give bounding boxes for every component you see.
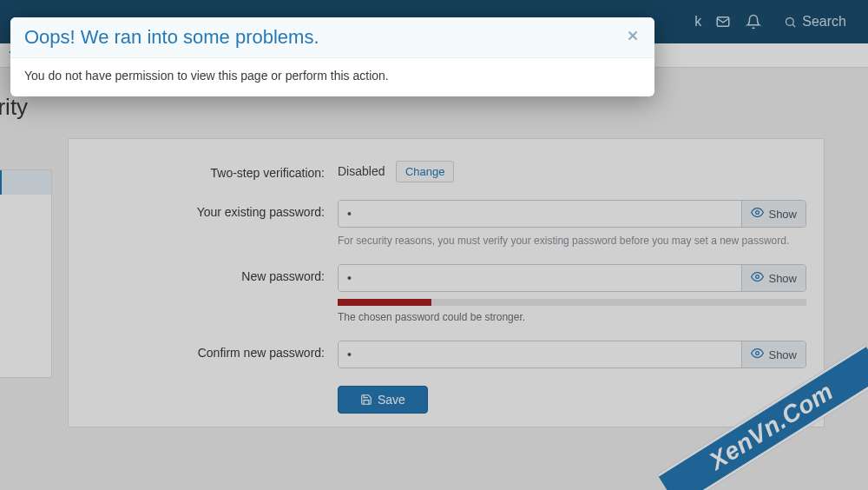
mail-icon[interactable]: [714, 14, 732, 30]
search-label: Search: [802, 14, 846, 30]
two-step-label: Two-step verification:: [69, 161, 338, 180]
modal-body: You do not have permission to view this …: [10, 58, 654, 96]
svg-point-4: [756, 275, 760, 279]
error-modal: Oops! We ran into some problems. You do …: [10, 17, 654, 96]
search-icon: [784, 16, 797, 29]
password-strength-text: The chosen password could be stronger.: [338, 311, 806, 323]
existing-password-input[interactable]: [339, 201, 741, 227]
save-icon: [360, 394, 372, 406]
new-password-label: New password:: [69, 264, 338, 283]
show-label: Show: [768, 272, 797, 285]
svg-point-3: [756, 211, 760, 215]
svg-line-2: [793, 24, 796, 27]
row-two-step: Two-step verification: Disabled Change: [69, 152, 806, 191]
show-label: Show: [768, 348, 797, 361]
svg-point-1: [786, 17, 794, 25]
bell-icon[interactable]: [745, 14, 762, 30]
row-existing-password: Your existing password: Show For securit…: [69, 191, 806, 255]
nav-partial-text: k: [694, 14, 701, 30]
show-confirm-password[interactable]: Show: [741, 341, 806, 368]
modal-title: Oops! We ran into some problems.: [24, 26, 319, 49]
row-confirm-password: Confirm new password: Show: [69, 332, 806, 377]
show-new-password[interactable]: Show: [741, 265, 806, 291]
password-strength-bar: [338, 299, 806, 306]
two-step-status: Disabled: [338, 164, 385, 178]
eye-icon: [751, 206, 764, 222]
security-form: Two-step verification: Disabled Change Y…: [68, 138, 825, 427]
confirm-password-label: Confirm new password:: [69, 341, 338, 360]
confirm-password-input[interactable]: [339, 341, 741, 368]
row-new-password: New password: Show The chosen password c…: [69, 255, 806, 332]
modal-close-button[interactable]: [625, 28, 641, 47]
close-icon: [625, 28, 641, 43]
show-existing-password[interactable]: Show: [741, 201, 806, 227]
sidebar: [0, 169, 52, 378]
sidebar-item-active[interactable]: [0, 170, 51, 195]
existing-password-hint: For security reasons, you must verify yo…: [338, 235, 806, 247]
search-box[interactable]: Search: [775, 9, 855, 35]
show-label: Show: [768, 208, 797, 221]
eye-icon: [751, 270, 764, 286]
new-password-input[interactable]: [339, 265, 741, 291]
change-button[interactable]: Change: [396, 161, 455, 182]
save-button-label: Save: [378, 393, 405, 407]
eye-icon: [751, 347, 764, 362]
existing-password-label: Your existing password:: [69, 200, 338, 219]
save-button[interactable]: Save: [338, 386, 428, 414]
password-strength-fill: [338, 299, 431, 306]
svg-point-5: [756, 352, 760, 355]
